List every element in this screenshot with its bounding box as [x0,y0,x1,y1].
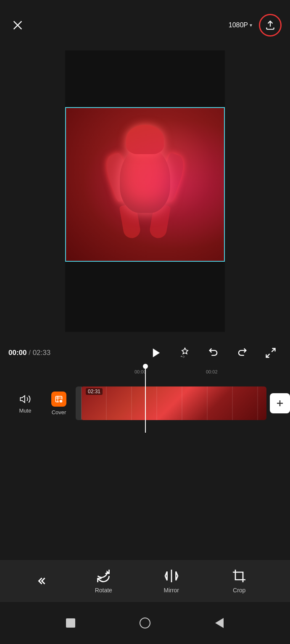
resolution-selector[interactable]: 1080P ▾ [229,21,252,29]
cover-button[interactable]: Cover [42,392,76,415]
bottom-toolbar: Rotate Mirror Crop [0,560,290,602]
video-bottom-letterbox [65,262,225,331]
svg-text:+◇: +◇ [180,355,185,358]
home-circle-icon [140,618,150,628]
playback-controls: +◇ [145,344,282,361]
crop-label: Crop [233,587,245,594]
stop-button[interactable] [61,614,80,632]
ruler-mark-2: 00:02 [206,369,218,374]
time-separator: / [26,349,32,357]
system-nav-bar [0,602,290,644]
back-arrow-button[interactable] [34,572,53,590]
back-triangle-icon [215,618,224,628]
strip-duration: 02:31 [86,388,103,395]
svg-marker-6 [20,395,25,402]
total-time: 02:33 [33,349,51,357]
timeline-section: 00:00 00:02 Mute Cover [0,365,290,492]
mute-label: Mute [19,407,32,414]
stop-square-icon [66,618,75,628]
ruler-mark-0: 00:00 [134,369,146,374]
add-clip-button[interactable] [270,393,290,413]
top-right-controls: 1080P ▾ [229,14,282,37]
playhead [145,365,146,433]
close-button[interactable] [8,16,27,34]
cover-label: Cover [52,409,66,415]
mirror-tool[interactable]: Mirror [155,568,188,594]
mirror-label: Mirror [163,587,179,594]
export-button[interactable] [259,14,282,37]
rotate-label: Rotate [95,587,112,594]
home-button[interactable] [136,614,154,632]
rotate-tool[interactable]: Rotate [87,568,120,594]
resolution-chevron: ▾ [250,22,252,28]
svg-line-5 [266,354,269,357]
undo-button[interactable] [205,344,222,361]
video-top-letterbox [65,46,225,107]
video-frame [65,107,225,262]
crop-tool[interactable]: Crop [222,568,256,594]
system-back-button[interactable] [210,614,229,632]
redo-button[interactable] [234,344,250,361]
cover-icon [51,392,66,407]
svg-marker-2 [153,349,159,357]
creature-figure [107,121,183,238]
play-button[interactable] [148,344,165,361]
time-display: 00:00 / 02:33 [8,349,145,357]
creature-torso [120,146,170,213]
strip-handle [76,386,82,420]
resolution-value: 1080P [229,21,248,29]
fullscreen-button[interactable] [262,344,279,361]
strip-images: 02:31 [82,386,266,420]
top-bar: 1080P ▾ [0,0,290,50]
creature-head [126,125,164,154]
video-preview [65,46,225,332]
current-time: 00:00 [8,349,26,357]
video-strip[interactable]: 02:31 [76,386,266,420]
video-strip-container: 02:31 [76,386,266,420]
keyframe-button[interactable]: +◇ [177,344,193,361]
svg-line-4 [272,349,275,352]
mute-button[interactable]: Mute [8,393,42,414]
